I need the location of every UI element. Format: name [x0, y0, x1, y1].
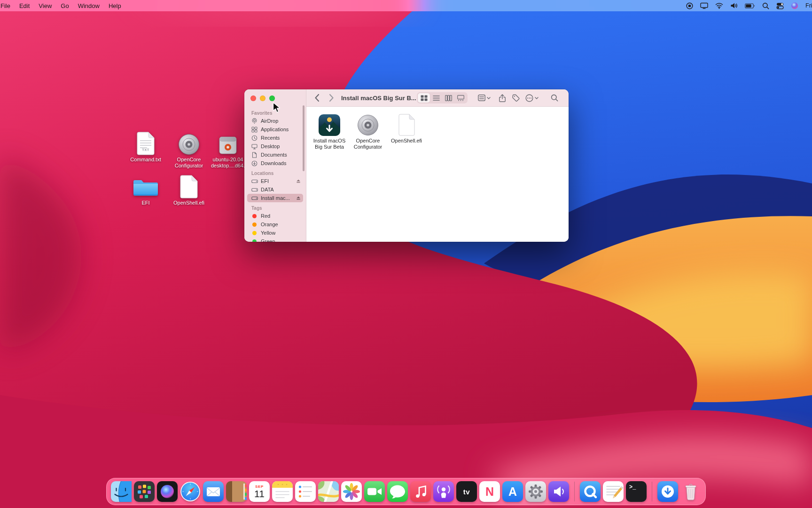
- dock-icon-music[interactable]: [410, 481, 431, 502]
- dock-separator: [652, 482, 652, 501]
- window-title: Install macOS Big Sur B...: [341, 95, 416, 102]
- app-menus: File Edit View Go Window Help: [0, 2, 121, 9]
- sidebar-item-label: Downloads: [261, 160, 286, 166]
- control-center-icon[interactable]: [776, 2, 784, 9]
- downloads-icon-glyph: [251, 160, 258, 167]
- share-button[interactable]: [499, 94, 506, 102]
- file-install-macos-big-sur-beta[interactable]: Install macOS Big Sur Beta: [310, 112, 349, 150]
- dock-icon-podcasts[interactable]: [433, 481, 454, 502]
- minimize-button[interactable]: [260, 95, 265, 101]
- sidebar-item-tag-red[interactable]: Red: [247, 212, 303, 220]
- sidebar-item-install-macos-volume[interactable]: Install mac...: [247, 194, 303, 202]
- dock-icon-safari[interactable]: [180, 481, 201, 502]
- desktop-icon-openshell-efi[interactable]: OpenShell.efi: [165, 173, 212, 206]
- eject-icon[interactable]: [296, 179, 301, 183]
- menu-go[interactable]: Go: [61, 2, 69, 9]
- sidebar-item-documents[interactable]: Documents: [247, 151, 303, 159]
- sidebar-section-tags: Tags: [244, 205, 306, 211]
- menu-help[interactable]: Help: [109, 2, 121, 9]
- document-icon: [180, 173, 198, 198]
- dock-icon-feedback-assistant[interactable]: [548, 481, 569, 502]
- sidebar-item-airdrop[interactable]: AirDrop: [247, 117, 303, 125]
- menu-edit[interactable]: Edit: [19, 2, 30, 9]
- window-titlebar[interactable]: Install macOS Big Sur B...: [306, 89, 569, 107]
- sidebar-item-tag-green[interactable]: Green: [247, 237, 303, 242]
- volume-icon[interactable]: [730, 2, 738, 9]
- wifi-icon[interactable]: [715, 2, 723, 9]
- file-openshell-efi[interactable]: OpenShell.efi: [387, 112, 426, 144]
- sidebar-item-recents[interactable]: Recents: [247, 134, 303, 142]
- sidebar-item-label: DATA: [261, 187, 274, 192]
- sidebar-item-label: EFI: [261, 178, 269, 184]
- menu-file[interactable]: File: [0, 2, 10, 9]
- file-label: OpenShell.efi: [391, 138, 422, 144]
- dock-icon-terminal[interactable]: >_: [626, 481, 647, 502]
- dock-icon-siri[interactable]: [157, 481, 178, 502]
- list-view-button[interactable]: [430, 93, 442, 103]
- dock-icon-contacts[interactable]: [226, 481, 247, 502]
- sidebar-item-data-volume[interactable]: DATA: [247, 185, 303, 194]
- sidebar-item-efi-volume[interactable]: EFI: [247, 177, 303, 185]
- desktop-icon-label: ubuntu-20.04 desktop....d64.: [205, 157, 250, 169]
- clock-icon: [251, 135, 258, 141]
- disc-icon: [357, 112, 379, 136]
- sidebar-item-label: AirDrop: [261, 118, 278, 124]
- sidebar-scrollbar[interactable]: [303, 105, 304, 171]
- desktop-icon-label: EFI: [141, 200, 149, 206]
- siri-icon[interactable]: [791, 2, 798, 9]
- dock-icon-app-store[interactable]: A: [502, 481, 523, 502]
- column-view-button[interactable]: [442, 93, 454, 103]
- dock-icon-notes[interactable]: [272, 481, 293, 502]
- desktop: File Edit View Go Window Help Fri TXT Co…: [0, 0, 812, 508]
- sidebar-item-applications[interactable]: Applications: [247, 125, 303, 134]
- search-button[interactable]: [551, 94, 558, 102]
- file-label: OpenCore Configurator: [349, 138, 387, 150]
- gallery-view-button[interactable]: [454, 93, 467, 103]
- forward-button[interactable]: [328, 93, 336, 103]
- icon-view-button[interactable]: [418, 93, 430, 103]
- dock-icon-mail[interactable]: [203, 481, 224, 502]
- dock-icon-messages[interactable]: [387, 481, 408, 502]
- dock-icon-downloads[interactable]: [657, 481, 678, 502]
- dock-icon-tv[interactable]: tv: [456, 481, 477, 502]
- eject-icon[interactable]: [296, 196, 301, 200]
- more-actions-button[interactable]: [525, 94, 539, 102]
- desktop-icon-efi-folder[interactable]: EFI: [122, 173, 169, 206]
- menu-window[interactable]: Window: [78, 2, 100, 9]
- dock-icon-news[interactable]: N: [479, 481, 500, 502]
- sidebar-item-tag-orange[interactable]: Orange: [247, 220, 303, 229]
- dock-icon-trash[interactable]: [680, 481, 701, 502]
- dock-icon-quicktime[interactable]: [580, 481, 601, 502]
- document-icon-glyph: [251, 152, 258, 158]
- news-glyph: N: [485, 485, 494, 499]
- sidebar-item-desktop[interactable]: Desktop: [247, 142, 303, 151]
- zoom-button[interactable]: [269, 95, 275, 101]
- display-icon[interactable]: [700, 2, 708, 9]
- calendar-day: 11: [254, 489, 265, 499]
- dock-icon-system-preferences[interactable]: [525, 481, 546, 502]
- menu-clock[interactable]: Fri: [805, 2, 812, 9]
- dock-icon-calendar[interactable]: SEP11: [249, 481, 270, 502]
- group-by-button[interactable]: [478, 95, 491, 101]
- dock-icon-maps[interactable]: [318, 481, 339, 502]
- back-button[interactable]: [313, 93, 321, 103]
- desktop-icon-command-txt[interactable]: TXT Command.txt: [122, 130, 169, 163]
- close-button[interactable]: [250, 95, 256, 101]
- file-opencore-configurator[interactable]: OpenCore Configurator: [349, 112, 387, 150]
- dock-icon-photos[interactable]: [341, 481, 362, 502]
- dock-icon-facetime[interactable]: [364, 481, 385, 502]
- tags-button[interactable]: [512, 94, 520, 102]
- sidebar-item-label: Documents: [261, 152, 287, 158]
- dock-icon-reminders[interactable]: [295, 481, 316, 502]
- menu-view[interactable]: View: [39, 2, 52, 9]
- sidebar-item-label: Recents: [261, 135, 280, 141]
- screen-record-stop-icon[interactable]: [686, 2, 693, 9]
- spotlight-icon[interactable]: [762, 2, 769, 9]
- dock-icon-launchpad[interactable]: [134, 481, 155, 502]
- battery-icon[interactable]: [745, 3, 755, 8]
- dock-icon-finder[interactable]: [111, 481, 132, 502]
- sidebar-item-tag-yellow[interactable]: Yellow: [247, 229, 303, 237]
- sidebar-item-downloads[interactable]: Downloads: [247, 159, 303, 167]
- desktop-icon-glyph: [251, 143, 258, 150]
- dock-icon-textedit[interactable]: [603, 481, 624, 502]
